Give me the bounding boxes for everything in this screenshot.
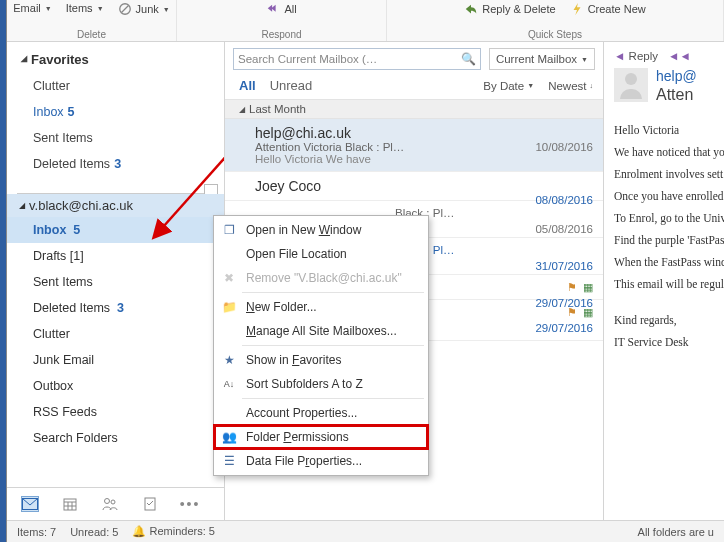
fav-deleted[interactable]: Deleted Items3 bbox=[7, 151, 224, 177]
ctx-new-folder[interactable]: 📁New Folder... bbox=[214, 295, 428, 319]
properties-icon: ☰ bbox=[220, 454, 238, 468]
message-from: help@chi.ac.uk bbox=[255, 125, 593, 141]
ctx-manage-mailboxes[interactable]: Manage All Site Mailboxes... bbox=[214, 319, 428, 343]
mail-module-icon[interactable] bbox=[21, 496, 39, 512]
folder-sent[interactable]: Sent Items bbox=[7, 269, 224, 295]
tasks-module-icon[interactable] bbox=[141, 496, 159, 512]
ribbon-caption-delete: Delete bbox=[7, 29, 176, 40]
folder-deleted[interactable]: Deleted Items 3 bbox=[7, 295, 224, 321]
ribbon-group-quicksteps: Reply & Delete Create New Quick Steps bbox=[387, 0, 724, 41]
calendar-flag-icon[interactable]: ▦ bbox=[583, 306, 593, 319]
ribbon-group-delete: Email ▼ Items ▼ Junk ▼ Delete bbox=[7, 0, 177, 41]
status-sync: All folders are u bbox=[638, 526, 714, 538]
ribbon: Email ▼ Items ▼ Junk ▼ Delete All Respon… bbox=[7, 0, 724, 42]
junk-icon bbox=[118, 2, 132, 16]
reply-and-delete-button[interactable]: Reply & Delete bbox=[464, 2, 555, 16]
message-row[interactable]: Joey Coco 08/08/2016 bbox=[225, 172, 603, 201]
ctx-open-file-location[interactable]: Open File Location bbox=[214, 242, 428, 266]
sender-avatar bbox=[614, 68, 648, 102]
message-from: Joey Coco bbox=[255, 178, 593, 194]
filter-all[interactable]: All bbox=[239, 78, 256, 93]
sort-order-dropdown[interactable]: Newest↓ bbox=[548, 80, 593, 92]
ribbon-group-respond: All Respond bbox=[177, 0, 387, 41]
ctx-account-properties[interactable]: Account Properties... bbox=[214, 401, 428, 425]
window-icon: ❐ bbox=[220, 223, 238, 237]
people-icon: 👥 bbox=[220, 430, 238, 444]
reading-pane: ◄ Reply ◄◄ help@ Atten Hello Victoria We… bbox=[604, 42, 724, 520]
folder-drafts[interactable]: Drafts [1] bbox=[7, 243, 224, 269]
folder-clutter[interactable]: Clutter bbox=[7, 321, 224, 347]
reply-all-icon bbox=[266, 2, 280, 16]
search-icon[interactable]: 🔍 bbox=[461, 52, 476, 66]
new-email-split[interactable]: Email ▼ bbox=[13, 2, 51, 14]
status-reminders: 🔔 Reminders: 5 bbox=[132, 525, 214, 538]
calendar-flag-icon[interactable]: ▦ bbox=[583, 281, 593, 294]
message-row[interactable]: help@chi.ac.uk Attention Victoria Black … bbox=[225, 119, 603, 172]
remove-icon: ✖ bbox=[220, 271, 238, 285]
reply-button[interactable]: ◄ Reply bbox=[614, 50, 658, 62]
reply-all-button-reading[interactable]: ◄◄ bbox=[668, 50, 691, 62]
body-line: Kind regards, bbox=[614, 314, 724, 326]
lightning-icon bbox=[570, 2, 584, 16]
body-line: IT Service Desk bbox=[614, 336, 724, 348]
favorites-header[interactable]: ◢Favorites bbox=[7, 48, 224, 73]
svg-point-10 bbox=[111, 500, 115, 504]
ribbon-caption-quicksteps: Quick Steps bbox=[387, 29, 723, 40]
folder-pane: ◢Favorites Clutter Inbox5 Sent Items Del… bbox=[7, 42, 225, 520]
ctx-open-new-window[interactable]: ❐Open in New Window bbox=[214, 218, 428, 242]
filter-unread[interactable]: Unread bbox=[270, 78, 313, 93]
favorite-icon: ★ bbox=[220, 353, 238, 367]
status-items: Items: 7 bbox=[17, 526, 56, 538]
ctx-folder-permissions[interactable]: 👥Folder Permissions bbox=[214, 425, 428, 449]
ribbon-caption-respond: Respond bbox=[177, 29, 386, 40]
create-new-quickstep[interactable]: Create New bbox=[570, 2, 646, 16]
new-items-split[interactable]: Items ▼ bbox=[66, 2, 104, 14]
reply-all-button[interactable]: All bbox=[266, 2, 296, 16]
fav-clutter[interactable]: Clutter bbox=[7, 73, 224, 99]
nav-module-icons: ••• bbox=[7, 487, 224, 520]
search-scope-dropdown[interactable]: Current Mailbox▼ bbox=[489, 48, 595, 70]
body-line: We have noticed that yo bbox=[614, 146, 724, 158]
search-input[interactable]: Search Current Mailbox (… 🔍 bbox=[233, 48, 481, 70]
ctx-show-in-favorites[interactable]: ★Show in Favorites bbox=[214, 348, 428, 372]
sort-by-dropdown[interactable]: By Date▼ bbox=[483, 80, 534, 92]
message-date: 10/08/2016 bbox=[535, 141, 593, 153]
sort-az-icon: A↓ bbox=[220, 379, 238, 389]
svg-line-1 bbox=[121, 6, 128, 13]
body-line: Hello Victoria bbox=[614, 124, 724, 136]
message-date: 05/08/2016 bbox=[535, 223, 593, 235]
body-line: Once you have enrolled bbox=[614, 190, 724, 202]
folder-search[interactable]: Search Folders bbox=[7, 425, 224, 451]
ctx-data-file-properties[interactable]: ☰Data File Properties... bbox=[214, 449, 428, 473]
body-line: Enrolment involves sett bbox=[614, 168, 724, 180]
ctx-remove: ✖Remove "V.Black@chi.ac.uk" bbox=[214, 266, 428, 290]
status-bar: Items: 7 Unread: 5 🔔 Reminders: 5 All fo… bbox=[7, 520, 724, 542]
body-line: Find the purple 'FastPas bbox=[614, 234, 724, 246]
svg-point-9 bbox=[105, 499, 110, 504]
people-module-icon[interactable] bbox=[101, 496, 119, 512]
svg-rect-4 bbox=[64, 499, 76, 510]
message-preview: Hello Victoria We have bbox=[255, 153, 593, 165]
fav-inbox[interactable]: Inbox5 bbox=[7, 99, 224, 125]
folder-junk[interactable]: Junk Email bbox=[7, 347, 224, 373]
email-subject: Atten bbox=[656, 86, 697, 104]
group-header[interactable]: ◢Last Month bbox=[225, 99, 603, 119]
account-node[interactable]: ◢v.black@chi.ac.uk bbox=[7, 194, 224, 217]
folder-inbox[interactable]: Inbox 5 bbox=[7, 217, 224, 243]
ctx-sort-subfolders[interactable]: A↓Sort Subfolders A to Z bbox=[214, 372, 428, 396]
new-folder-icon: 📁 bbox=[220, 300, 238, 314]
flag-icon[interactable]: ⚑ bbox=[567, 281, 577, 294]
junk-split[interactable]: Junk ▼ bbox=[118, 2, 170, 16]
body-line: This email will be regul bbox=[614, 278, 724, 290]
folder-context-menu: ❐Open in New Window Open File Location ✖… bbox=[213, 215, 429, 476]
fav-sent[interactable]: Sent Items bbox=[7, 125, 224, 151]
body-line: When the FastPass wind bbox=[614, 256, 724, 268]
flag-icon[interactable]: ⚑ bbox=[567, 306, 577, 319]
more-modules-icon[interactable]: ••• bbox=[181, 496, 199, 512]
folder-rss[interactable]: RSS Feeds bbox=[7, 399, 224, 425]
folder-outbox[interactable]: Outbox bbox=[7, 373, 224, 399]
status-unread: Unread: 5 bbox=[70, 526, 118, 538]
sender-name: help@ bbox=[656, 68, 697, 84]
calendar-module-icon[interactable] bbox=[61, 496, 79, 512]
body-line: To Enrol, go to the Univ bbox=[614, 212, 724, 224]
